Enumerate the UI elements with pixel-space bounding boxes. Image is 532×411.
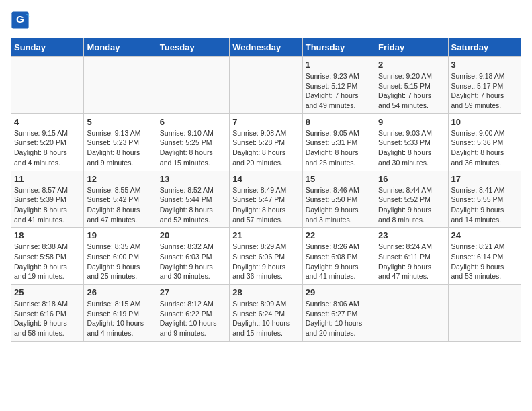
- calendar-cell: [448, 285, 521, 342]
- calendar-cell: 3Sunrise: 9:18 AM Sunset: 5:17 PM Daylig…: [448, 57, 521, 114]
- day-info: Sunrise: 9:08 AM Sunset: 5:28 PM Dayligh…: [232, 128, 299, 168]
- day-info: Sunrise: 8:41 AM Sunset: 5:55 PM Dayligh…: [451, 185, 518, 225]
- day-number: 16: [378, 174, 445, 184]
- day-number: 15: [306, 174, 372, 184]
- day-info: Sunrise: 8:06 AM Sunset: 6:27 PM Dayligh…: [306, 299, 372, 338]
- calendar-cell: 5Sunrise: 9:13 AM Sunset: 5:23 PM Daylig…: [84, 113, 157, 171]
- day-info: Sunrise: 8:55 AM Sunset: 5:42 PM Dayligh…: [87, 185, 153, 225]
- day-info: Sunrise: 8:15 AM Sunset: 6:19 PM Dayligh…: [87, 299, 153, 338]
- day-info: Sunrise: 8:52 AM Sunset: 5:44 PM Dayligh…: [160, 185, 226, 225]
- day-number: 9: [378, 117, 445, 127]
- day-number: 22: [306, 230, 372, 240]
- day-info: Sunrise: 9:18 AM Sunset: 5:17 PM Dayligh…: [451, 71, 518, 111]
- day-info: Sunrise: 8:32 AM Sunset: 6:03 PM Dayligh…: [160, 242, 226, 281]
- day-info: Sunrise: 9:15 AM Sunset: 5:20 PM Dayligh…: [14, 128, 81, 168]
- day-number: 8: [306, 117, 372, 127]
- day-info: Sunrise: 9:23 AM Sunset: 5:12 PM Dayligh…: [306, 71, 372, 111]
- calendar-cell: [375, 285, 448, 342]
- day-number: 3: [451, 60, 518, 70]
- logo-icon: G: [11, 11, 30, 30]
- day-info: Sunrise: 8:26 AM Sunset: 6:08 PM Dayligh…: [306, 242, 372, 281]
- calendar-cell: 23Sunrise: 8:24 AM Sunset: 6:11 PM Dayli…: [375, 228, 448, 285]
- calendar-week-row: 18Sunrise: 8:38 AM Sunset: 5:58 PM Dayli…: [11, 228, 521, 285]
- calendar-cell: 12Sunrise: 8:55 AM Sunset: 5:42 PM Dayli…: [84, 171, 157, 228]
- calendar-cell: [230, 57, 302, 114]
- calendar-cell: 15Sunrise: 8:46 AM Sunset: 5:50 PM Dayli…: [302, 171, 375, 228]
- calendar-cell: 25Sunrise: 8:18 AM Sunset: 6:16 PM Dayli…: [11, 285, 84, 342]
- day-number: 11: [14, 174, 81, 184]
- calendar-header: SundayMondayTuesdayWednesdayThursdayFrid…: [11, 38, 521, 57]
- calendar-cell: 6Sunrise: 9:10 AM Sunset: 5:25 PM Daylig…: [157, 113, 229, 171]
- day-number: 2: [378, 60, 445, 70]
- day-info: Sunrise: 8:44 AM Sunset: 5:52 PM Dayligh…: [378, 185, 445, 225]
- day-info: Sunrise: 9:13 AM Sunset: 5:23 PM Dayligh…: [87, 128, 153, 168]
- day-number: 7: [232, 117, 299, 127]
- day-number: 23: [378, 230, 445, 240]
- calendar-cell: 28Sunrise: 8:09 AM Sunset: 6:24 PM Dayli…: [230, 285, 302, 342]
- calendar-cell: [157, 57, 229, 114]
- calendar-week-row: 11Sunrise: 8:57 AM Sunset: 5:39 PM Dayli…: [11, 171, 521, 228]
- day-number: 18: [14, 230, 81, 240]
- page-header: G: [11, 11, 521, 30]
- svg-text:G: G: [16, 13, 24, 25]
- calendar-cell: 22Sunrise: 8:26 AM Sunset: 6:08 PM Dayli…: [302, 228, 375, 285]
- day-info: Sunrise: 9:03 AM Sunset: 5:33 PM Dayligh…: [378, 128, 445, 168]
- day-info: Sunrise: 8:09 AM Sunset: 6:24 PM Dayligh…: [232, 299, 299, 338]
- calendar-week-row: 25Sunrise: 8:18 AM Sunset: 6:16 PM Dayli…: [11, 285, 521, 342]
- day-info: Sunrise: 8:49 AM Sunset: 5:47 PM Dayligh…: [232, 185, 299, 225]
- day-number: 28: [232, 287, 299, 298]
- calendar-cell: 10Sunrise: 9:00 AM Sunset: 5:36 PM Dayli…: [448, 113, 521, 171]
- day-info: Sunrise: 8:57 AM Sunset: 5:39 PM Dayligh…: [14, 185, 81, 225]
- calendar-cell: 17Sunrise: 8:41 AM Sunset: 5:55 PM Dayli…: [448, 171, 521, 228]
- day-number: 24: [451, 230, 518, 240]
- day-number: 14: [232, 174, 299, 184]
- day-info: Sunrise: 8:38 AM Sunset: 5:58 PM Dayligh…: [14, 242, 81, 281]
- day-info: Sunrise: 8:12 AM Sunset: 6:22 PM Dayligh…: [160, 299, 226, 338]
- calendar-week-row: 1Sunrise: 9:23 AM Sunset: 5:12 PM Daylig…: [11, 57, 521, 114]
- day-number: 13: [160, 174, 226, 184]
- calendar-cell: 24Sunrise: 8:21 AM Sunset: 6:14 PM Dayli…: [448, 228, 521, 285]
- calendar-week-row: 4Sunrise: 9:15 AM Sunset: 5:20 PM Daylig…: [11, 113, 521, 171]
- calendar-cell: 9Sunrise: 9:03 AM Sunset: 5:33 PM Daylig…: [375, 113, 448, 171]
- logo: G: [11, 11, 32, 30]
- calendar-cell: 11Sunrise: 8:57 AM Sunset: 5:39 PM Dayli…: [11, 171, 84, 228]
- day-number: 12: [87, 174, 153, 184]
- weekday-header: Monday: [84, 38, 157, 57]
- day-info: Sunrise: 8:18 AM Sunset: 6:16 PM Dayligh…: [14, 299, 81, 338]
- day-info: Sunrise: 8:46 AM Sunset: 5:50 PM Dayligh…: [306, 185, 372, 225]
- weekday-header: Wednesday: [230, 38, 302, 57]
- day-info: Sunrise: 8:21 AM Sunset: 6:14 PM Dayligh…: [451, 242, 518, 281]
- day-number: 25: [14, 287, 81, 298]
- day-number: 10: [451, 117, 518, 127]
- weekday-header: Thursday: [302, 38, 375, 57]
- day-number: 4: [14, 117, 81, 127]
- day-number: 17: [451, 174, 518, 184]
- day-number: 5: [87, 117, 153, 127]
- calendar-cell: 18Sunrise: 8:38 AM Sunset: 5:58 PM Dayli…: [11, 228, 84, 285]
- weekday-header: Sunday: [11, 38, 84, 57]
- calendar-cell: 14Sunrise: 8:49 AM Sunset: 5:47 PM Dayli…: [230, 171, 302, 228]
- calendar-cell: 13Sunrise: 8:52 AM Sunset: 5:44 PM Dayli…: [157, 171, 229, 228]
- day-number: 21: [232, 230, 299, 240]
- calendar-cell: 27Sunrise: 8:12 AM Sunset: 6:22 PM Dayli…: [157, 285, 229, 342]
- day-number: 1: [306, 60, 372, 70]
- day-info: Sunrise: 9:20 AM Sunset: 5:15 PM Dayligh…: [378, 71, 445, 111]
- day-number: 27: [160, 287, 226, 298]
- day-info: Sunrise: 8:35 AM Sunset: 6:00 PM Dayligh…: [87, 242, 153, 281]
- day-number: 20: [160, 230, 226, 240]
- weekday-row: SundayMondayTuesdayWednesdayThursdayFrid…: [11, 38, 521, 57]
- day-info: Sunrise: 9:05 AM Sunset: 5:31 PM Dayligh…: [306, 128, 372, 168]
- calendar-body: 1Sunrise: 9:23 AM Sunset: 5:12 PM Daylig…: [11, 57, 521, 342]
- calendar-cell: 16Sunrise: 8:44 AM Sunset: 5:52 PM Dayli…: [375, 171, 448, 228]
- calendar-cell: 7Sunrise: 9:08 AM Sunset: 5:28 PM Daylig…: [230, 113, 302, 171]
- day-number: 26: [87, 287, 153, 298]
- calendar-cell: 29Sunrise: 8:06 AM Sunset: 6:27 PM Dayli…: [302, 285, 375, 342]
- day-number: 29: [306, 287, 372, 298]
- calendar-cell: [11, 57, 84, 114]
- weekday-header: Tuesday: [157, 38, 229, 57]
- day-info: Sunrise: 8:24 AM Sunset: 6:11 PM Dayligh…: [378, 242, 445, 281]
- day-info: Sunrise: 9:10 AM Sunset: 5:25 PM Dayligh…: [160, 128, 226, 168]
- day-number: 19: [87, 230, 153, 240]
- calendar-cell: 1Sunrise: 9:23 AM Sunset: 5:12 PM Daylig…: [302, 57, 375, 114]
- calendar-cell: 20Sunrise: 8:32 AM Sunset: 6:03 PM Dayli…: [157, 228, 229, 285]
